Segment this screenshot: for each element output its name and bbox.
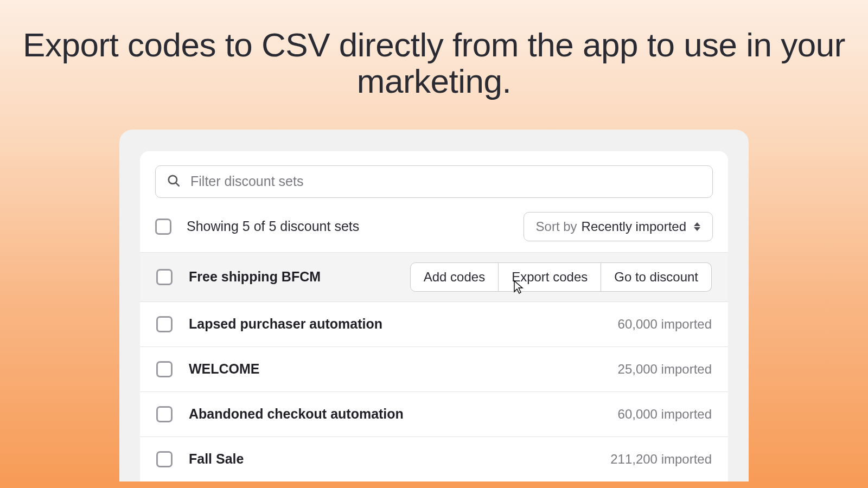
showing-count: Showing 5 of 5 discount sets bbox=[187, 219, 359, 234]
row-actions: Add codes Export codes Go to discount bbox=[410, 262, 712, 292]
row-checkbox[interactable] bbox=[156, 451, 173, 467]
list-item[interactable]: Free shipping BFCM Add codes Export code… bbox=[140, 252, 728, 301]
list-item[interactable]: WELCOME 25,000 imported bbox=[140, 346, 728, 391]
row-checkbox[interactable] bbox=[156, 269, 173, 285]
row-status: 25,000 imported bbox=[618, 362, 712, 377]
search-row bbox=[140, 151, 728, 203]
toolbar-left: Showing 5 of 5 discount sets bbox=[155, 219, 359, 235]
row-checkbox[interactable] bbox=[156, 316, 173, 332]
search-icon bbox=[167, 174, 181, 190]
add-codes-button[interactable]: Add codes bbox=[410, 262, 499, 292]
row-name: Fall Sale bbox=[189, 451, 244, 467]
toolbar-row: Showing 5 of 5 discount sets Sort by Rec… bbox=[140, 203, 728, 252]
sort-value: Recently imported bbox=[582, 219, 686, 234]
row-status: 60,000 imported bbox=[618, 407, 712, 422]
row-status: 60,000 imported bbox=[618, 317, 712, 332]
list-item[interactable]: Lapsed purchaser automation 60,000 impor… bbox=[140, 301, 728, 346]
page-headline: Export codes to CSV directly from the ap… bbox=[0, 27, 868, 100]
search-box[interactable] bbox=[155, 165, 713, 198]
list-item[interactable]: Fall Sale 211,200 imported bbox=[140, 436, 728, 481]
panel-container: Showing 5 of 5 discount sets Sort by Rec… bbox=[119, 130, 749, 481]
row-name: WELCOME bbox=[189, 361, 260, 377]
row-name: Lapsed purchaser automation bbox=[189, 316, 382, 332]
row-name: Abandoned checkout automation bbox=[189, 406, 404, 422]
search-input[interactable] bbox=[190, 174, 701, 189]
list-item[interactable]: Abandoned checkout automation 60,000 imp… bbox=[140, 391, 728, 436]
export-codes-button[interactable]: Export codes bbox=[499, 262, 601, 292]
panel-card: Showing 5 of 5 discount sets Sort by Rec… bbox=[140, 151, 728, 481]
row-checkbox[interactable] bbox=[156, 406, 173, 422]
row-checkbox[interactable] bbox=[156, 361, 173, 377]
go-to-discount-button[interactable]: Go to discount bbox=[601, 262, 712, 292]
svg-line-1 bbox=[176, 183, 178, 185]
discount-list: Free shipping BFCM Add codes Export code… bbox=[140, 252, 728, 481]
select-all-checkbox[interactable] bbox=[155, 219, 171, 235]
sort-caret-icon bbox=[694, 222, 700, 231]
sort-dropdown[interactable]: Sort by Recently imported bbox=[524, 212, 713, 241]
row-status: 211,200 imported bbox=[610, 452, 712, 467]
sort-label: Sort by bbox=[536, 219, 577, 234]
row-name: Free shipping BFCM bbox=[189, 269, 321, 285]
